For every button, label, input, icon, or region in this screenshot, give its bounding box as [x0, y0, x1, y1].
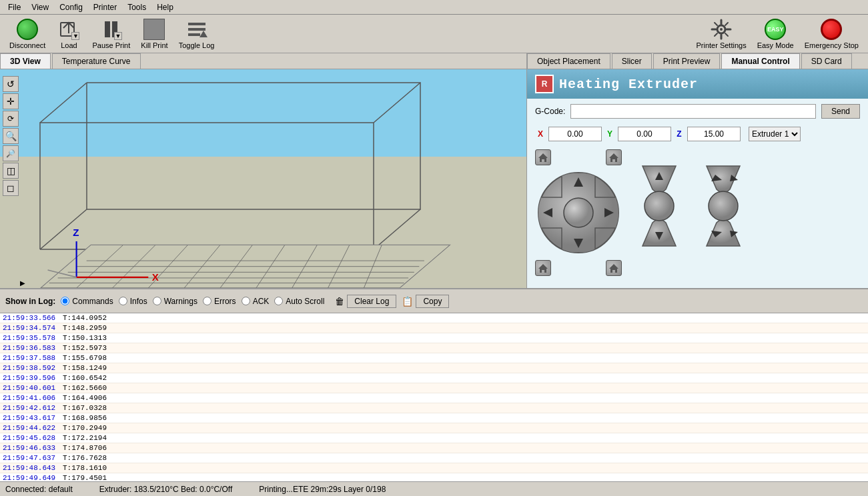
- svg-line-14: [725, 23, 728, 25]
- printer-settings-icon: [711, 19, 732, 40]
- tab-slicer[interactable]: Slicer: [612, 53, 652, 69]
- left-panel: 3D View Temperature Curve ↺ ✛ ⟳ 🔍 🔎 ◫ ◻: [0, 53, 527, 288]
- tab-print-preview[interactable]: Print Preview: [653, 53, 721, 69]
- copy-group: 📋 Copy: [402, 295, 449, 308]
- send-button[interactable]: Send: [821, 104, 860, 119]
- auto-scroll-label: Auto Scroll: [286, 297, 324, 306]
- menu-tools[interactable]: Tools: [122, 1, 151, 13]
- rotate-view-button[interactable]: ⟳: [3, 111, 19, 127]
- right-content: R Heating Extruder G-Code: Send X Y: [527, 69, 868, 288]
- menu-file[interactable]: File: [3, 1, 26, 13]
- log-time: 21:59:38.592: [3, 364, 63, 372]
- emergency-stop-button[interactable]: Emergency Stop: [801, 17, 863, 51]
- load-dropdown-arrow[interactable]: ▼: [71, 32, 79, 40]
- log-row: 21:59:48.643T:178.1610: [0, 463, 868, 473]
- extruder-status: Extruder: 183.5/210°C Bed: 0.0°C/Off: [99, 485, 233, 494]
- kill-button[interactable]: Kill Print: [137, 17, 171, 51]
- log-row: 21:59:37.588T:155.6798: [0, 353, 868, 363]
- infos-label: Infos: [130, 297, 147, 306]
- load-button[interactable]: ▼ Load: [52, 17, 85, 51]
- pause-button[interactable]: ▼ Pause Print: [88, 17, 134, 51]
- z-lower-home-button[interactable]: [606, 260, 622, 276]
- tab-temperature-curve[interactable]: Temperature Curve: [52, 53, 141, 69]
- gcode-label: G-Code:: [535, 107, 565, 116]
- auto-scroll-radio[interactable]: [274, 297, 283, 305]
- menu-config[interactable]: Config: [54, 1, 88, 13]
- perspective-grid: Z X: [33, 101, 500, 288]
- xy-control-group: [535, 149, 622, 276]
- warnings-label: Warnings: [164, 297, 197, 306]
- menu-help[interactable]: Help: [151, 1, 179, 13]
- x-home-button[interactable]: [535, 149, 551, 165]
- log-time: 21:59:36.583: [3, 344, 63, 352]
- commands-label: Commands: [72, 297, 113, 306]
- tab-sd-card[interactable]: SD Card: [801, 53, 852, 69]
- log-time: 21:59:45.628: [3, 434, 63, 442]
- log-data: T:172.2194: [63, 434, 107, 442]
- heating-title: Heating Extruder: [559, 77, 698, 92]
- toggle-log-button[interactable]: Toggle Log: [175, 17, 219, 51]
- kill-icon: [143, 19, 165, 40]
- wireframe-button[interactable]: ◫: [3, 163, 19, 179]
- tab-object-placement[interactable]: Object Placement: [527, 53, 610, 69]
- movement-area: [527, 144, 868, 281]
- home-z-lower-icon: [608, 262, 620, 274]
- extruder-select[interactable]: Extruder 1 Extruder 2: [749, 127, 801, 141]
- log-row: 21:59:35.578T:150.1313: [0, 333, 868, 343]
- log-row: 21:59:44.622T:170.2949: [0, 423, 868, 433]
- log-time: 21:59:47.637: [3, 454, 63, 462]
- y-home-button[interactable]: [606, 149, 622, 165]
- z-control-group: [697, 163, 750, 249]
- toggle-icon: [186, 19, 207, 40]
- y-input[interactable]: [618, 127, 671, 141]
- gcode-input[interactable]: [570, 104, 816, 119]
- y-up-button[interactable]: [632, 165, 686, 252]
- copy-button[interactable]: Copy: [416, 295, 449, 308]
- x-lower-home-button[interactable]: [535, 260, 551, 276]
- reset-view-button[interactable]: ↺: [3, 76, 19, 92]
- x-input[interactable]: [548, 127, 602, 141]
- emergency-stop-icon: [821, 19, 842, 40]
- log-row: 21:59:39.596T:160.6542: [0, 373, 868, 383]
- top-area: 3D View Temperature Curve ↺ ✛ ⟳ 🔍 🔎 ◫ ◻: [0, 53, 868, 288]
- log-area: Show in Log: Commands Infos Warnings Err…: [0, 288, 868, 481]
- tab-manual-control[interactable]: Manual Control: [721, 53, 799, 69]
- expand-button[interactable]: ▶: [20, 279, 25, 287]
- warnings-radio[interactable]: [153, 297, 161, 305]
- ack-radio[interactable]: [242, 297, 250, 305]
- menu-printer[interactable]: Printer: [88, 1, 122, 13]
- disconnect-button[interactable]: Disconnect: [5, 17, 49, 51]
- log-data: T:174.8706: [63, 444, 107, 452]
- pause-dropdown-arrow[interactable]: ▼: [114, 32, 122, 40]
- clear-log-button[interactable]: Clear Log: [347, 295, 396, 308]
- svg-text:Z: Z: [73, 227, 79, 238]
- solid-button[interactable]: ◻: [3, 180, 19, 196]
- zoom-in-button[interactable]: 🔍: [3, 128, 19, 144]
- log-time: 21:59:44.622: [3, 424, 63, 432]
- z-input[interactable]: [687, 127, 741, 141]
- easy-mode-button[interactable]: EASY Easy Mode: [753, 17, 798, 51]
- y-control-group: [632, 163, 686, 252]
- move-view-button[interactable]: ✛: [3, 93, 19, 109]
- log-data: T:176.7628: [63, 454, 107, 462]
- commands-radio[interactable]: [61, 297, 69, 305]
- xyz-row: X Y Z Extruder 1 Extruder 2: [527, 124, 868, 144]
- emergency-label: Emergency Stop: [805, 41, 859, 49]
- log-time: 21:59:49.649: [3, 474, 63, 481]
- load-label: Load: [61, 41, 77, 49]
- view-controls: ↺ ✛ ⟳ 🔍 🔎 ◫ ◻: [3, 76, 19, 196]
- menu-view[interactable]: View: [26, 1, 54, 13]
- printer-settings-button[interactable]: Printer Settings: [692, 17, 750, 51]
- infos-radio[interactable]: [119, 297, 127, 305]
- log-time: 21:59:46.633: [3, 444, 63, 452]
- svg-rect-3: [188, 28, 205, 31]
- easy-mode-label: Easy Mode: [757, 41, 794, 49]
- log-row: 21:59:36.583T:152.5973: [0, 343, 868, 353]
- tab-3d-view[interactable]: 3D View: [0, 53, 51, 69]
- zoom-out-button[interactable]: 🔎: [3, 145, 19, 161]
- heating-icon: R: [535, 75, 554, 93]
- ack-label: ACK: [253, 297, 270, 306]
- pause-label: Pause Print: [92, 41, 130, 49]
- log-time: 21:59:37.588: [3, 354, 63, 362]
- errors-radio[interactable]: [203, 297, 211, 305]
